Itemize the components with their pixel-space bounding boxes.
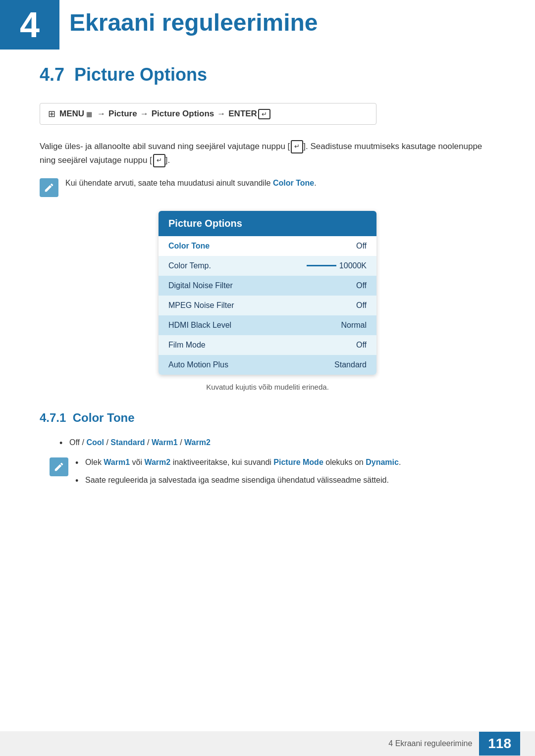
menu-caption: Kuvatud kujutis võib mudeliti erineda. — [40, 383, 495, 391]
note-block-1: Kui ühendate arvuti, saate teha muudatus… — [40, 177, 495, 197]
menu-label-mpeg-noise: MPEG Noise Filter — [168, 301, 234, 310]
footer: 4 Ekraani reguleerimine 118 — [0, 731, 535, 756]
menu-item-auto-motion[interactable]: Auto Motion Plus Standard — [159, 355, 376, 375]
enter-icon: ↵ — [258, 109, 270, 119]
enter-icon-inline2: ↵ — [153, 154, 165, 167]
menu-icon: ⊞ — [48, 108, 55, 119]
menu-value-film-mode: Off — [356, 341, 367, 350]
pencil-icon-2 — [54, 461, 64, 472]
footer-text: 4 Ekraani reguleerimine — [388, 739, 472, 748]
sub-note-item-1: Olek Warm1 või Warm2 inaktiveeritakse, k… — [75, 456, 401, 468]
note-icon-2 — [50, 457, 68, 476]
menu-item-film-mode[interactable]: Film Mode Off — [159, 335, 376, 355]
subsection-title: 4.7.1 Color Tone — [40, 411, 135, 424]
menu-label-film-mode: Film Mode — [168, 341, 206, 350]
menu-value-digital-noise: Off — [356, 281, 367, 290]
menu-item-color-tone[interactable]: Color Tone Off — [159, 236, 376, 256]
chapter-title: Ekraani reguleerimine — [69, 9, 318, 36]
sub-note-item-2: Saate reguleerida ja salvestada iga sead… — [75, 474, 401, 486]
menu-value-auto-motion: Standard — [334, 360, 367, 369]
section-title: 4.7 Picture Options — [40, 64, 207, 85]
color-tone-options-list: Off / Cool / Standard / Warm1 / Warm2 — [59, 437, 495, 449]
temp-bar-indicator — [307, 265, 336, 266]
menu-value-color-temp: 10000K — [307, 261, 367, 270]
menu-item-hdmi-black[interactable]: HDMI Black Level Normal — [159, 315, 376, 335]
pencil-icon — [44, 182, 54, 193]
menu-label-digital-noise: Digital Noise Filter — [168, 281, 233, 290]
navigation-breadcrumb: ⊞ MENU ▦ → Picture → Picture Options → E… — [40, 103, 376, 125]
menu-item-digital-noise[interactable]: Digital Noise Filter Off — [159, 276, 376, 296]
menu-value-mpeg-noise: Off — [356, 301, 367, 310]
menu-value-hdmi-black: Normal — [341, 321, 367, 330]
color-tone-options-item: Off / Cool / Standard / Warm1 / Warm2 — [59, 437, 495, 449]
menu-item-color-temp[interactable]: Color Temp. 10000K — [159, 256, 376, 276]
menu-value-color-tone: Off — [356, 242, 367, 251]
menu-label-hdmi-black: HDMI Black Level — [168, 321, 231, 330]
menu-label-color-temp: Color Temp. — [168, 261, 211, 270]
menu-item-mpeg-noise[interactable]: MPEG Noise Filter Off — [159, 296, 376, 315]
chapter-title-area: Ekraani reguleerimine — [69, 9, 318, 36]
menu-header: Picture Options — [159, 211, 376, 236]
picture-options-menu: Picture Options Color Tone Off Color Tem… — [159, 211, 376, 375]
sub-notes-list: Olek Warm1 või Warm2 inaktiveeritakse, k… — [75, 456, 401, 486]
chapter-number: 4 — [20, 4, 40, 45]
enter-icon-inline1: ↵ — [291, 140, 303, 153]
menu-label-auto-motion: Auto Motion Plus — [168, 360, 228, 369]
menu-label-color-tone: Color Tone — [168, 242, 210, 251]
picture-options-menu-container: Picture Options Color Tone Off Color Tem… — [40, 211, 495, 375]
note-block-2: Olek Warm1 või Warm2 inaktiveeritakse, k… — [50, 456, 495, 492]
chapter-number-block: 4 — [0, 0, 59, 50]
note-text-1: Kui ühendate arvuti, saate teha muudatus… — [65, 177, 317, 189]
note-icon-1 — [40, 178, 58, 197]
footer-page-number: 118 — [479, 732, 520, 756]
description-text: Valige üles- ja allanoolte abil suvand n… — [40, 140, 485, 167]
